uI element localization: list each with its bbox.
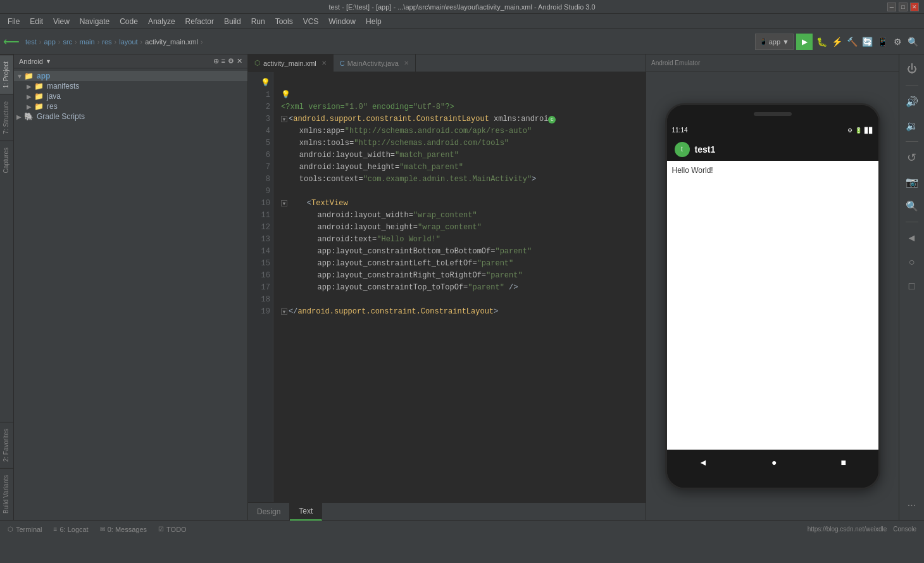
menu-build[interactable]: Build (219, 15, 246, 28)
nav-back-button[interactable]: ◄ (699, 457, 708, 467)
maximize-button[interactable]: □ (899, 3, 908, 11)
tree-item-gradle[interactable]: ▶ 🐘 Gradle Scripts (14, 111, 247, 122)
menu-code[interactable]: Code (115, 15, 143, 28)
separator (906, 85, 918, 85)
messages-button[interactable]: ✉ 0: Messages (95, 522, 152, 536)
menu-refactor[interactable]: Refactor (180, 15, 219, 28)
menu-vcs[interactable]: VCS (298, 15, 324, 28)
minimize-button[interactable]: ─ (887, 3, 896, 11)
search-icon[interactable]: 🔍 (906, 35, 919, 48)
menu-file[interactable]: File (3, 15, 25, 28)
sidebar-tab-structure[interactable]: 7: Structure (0, 94, 13, 141)
tab-close-xml[interactable]: ✕ (322, 60, 327, 66)
tab-label-xml: activity_main.xml (263, 60, 316, 67)
sync-icon[interactable]: 🔄 (861, 35, 873, 48)
android-app-content: Hello World! (667, 161, 878, 450)
menu-analyze[interactable]: Analyze (143, 15, 180, 28)
console-label: Console (893, 526, 916, 533)
bottom-tool-bar: ⬡ Terminal ≡ 6: Logcat ✉ 0: Messages ☑ T… (0, 520, 924, 538)
sidebar-tab-project[interactable]: 1: Project (0, 54, 13, 94)
tree-item-app[interactable]: ▼ 📁 app (14, 71, 247, 81)
zoom-button[interactable]: 🔍 (902, 196, 921, 215)
emulator-panel: Android Emulator 11:14 ⚙ 🔋 ▊▊ (646, 54, 899, 520)
breadcrumb-test[interactable]: test (25, 38, 37, 46)
nav-home-button[interactable]: ● (771, 457, 777, 467)
profile-icon[interactable]: ⚡ (830, 35, 843, 48)
avd-icon[interactable]: 📱 (876, 35, 889, 48)
home-button[interactable]: ○ (902, 253, 921, 272)
rotate-button[interactable]: ↺ (902, 148, 921, 167)
phone-nav-bar[interactable]: ◄ ● ■ (667, 450, 878, 475)
menu-edit[interactable]: Edit (25, 15, 48, 28)
code-editor[interactable]: 💡 1 2 3 4 5 6 7 8 9 10 11 12 13 14 15 16… (248, 72, 646, 502)
sidebar-tab-captures[interactable]: Captures (0, 141, 13, 180)
collapse-icon[interactable]: ≡ (222, 57, 225, 65)
tab-text[interactable]: Text (290, 503, 322, 521)
nav-recents-button[interactable]: ■ (840, 457, 846, 467)
breadcrumb-layout[interactable]: layout (119, 38, 137, 46)
sidebar-tab-build-variants[interactable]: Build Variants (0, 468, 13, 520)
project-type-dropdown[interactable]: Android ▼ (19, 58, 51, 65)
breadcrumb-res[interactable]: res (102, 38, 111, 46)
app-title: test - [E:\test] - [app] - ...\app\src\m… (5, 3, 919, 11)
volume-up-button[interactable]: 🔊 (902, 92, 921, 111)
menu-run[interactable]: Run (246, 15, 270, 28)
project-tree: ▼ 📁 app ▶ 📁 manifests ▶ 📁 java ▶ (14, 68, 247, 520)
terminal-button[interactable]: ⬡ Terminal (3, 522, 47, 536)
sdk-icon[interactable]: ⚙ (891, 35, 904, 48)
tab-mainactivity-java[interactable]: C MainActivity.java ✕ (334, 54, 416, 72)
breadcrumb-src[interactable]: src (63, 38, 72, 46)
phone-bottom (667, 475, 878, 488)
project-type-label: Android (19, 58, 43, 65)
logcat-label: 6: Logcat (59, 526, 88, 533)
tree-item-java[interactable]: ▶ 📁 java (14, 91, 247, 101)
logcat-icon: ≡ (54, 526, 58, 533)
breadcrumb: test › app › src › main › res › layout ›… (25, 38, 752, 46)
back-icon[interactable]: ⟵ (5, 35, 18, 48)
breadcrumb-app[interactable]: app (44, 38, 55, 46)
menu-bar: File Edit View Navigate Code Analyze Ref… (0, 14, 924, 29)
toolbar-right: 📱 app ▼ ▶ 🐛 ⚡ 🔨 🔄 📱 ⚙ 🔍 (755, 34, 919, 50)
menu-help[interactable]: Help (361, 15, 387, 28)
phone-speaker (754, 112, 792, 116)
tab-activity-main-xml[interactable]: ⬡ activity_main.xml ✕ (248, 54, 334, 72)
todo-label: TODO (166, 526, 187, 533)
close-button[interactable]: ✕ (910, 3, 919, 11)
breadcrumb-file[interactable]: activity_main.xml (145, 38, 198, 46)
code-content[interactable]: 💡 <?xml version="1.0" encoding="utf-8"?>… (273, 72, 646, 502)
debug-icon[interactable]: 🐛 (815, 35, 828, 48)
terminal-icon: ⬡ (8, 526, 13, 533)
sidebar-tab-favorites[interactable]: 2: Favorites (0, 422, 13, 468)
volume-down-button[interactable]: 🔉 (902, 116, 921, 135)
overview-button[interactable]: □ (902, 277, 921, 296)
menu-view[interactable]: View (48, 15, 75, 28)
close-panel-icon[interactable]: ✕ (237, 57, 242, 65)
breadcrumb-main[interactable]: main (80, 38, 95, 46)
project-panel: Android ▼ ⊕ ≡ ⚙ ✕ ▼ 📁 app ▶ 📁 manif (14, 54, 248, 520)
run-button[interactable]: ▶ (796, 34, 813, 50)
bottom-editor-tabs: Design Text (248, 502, 646, 520)
menu-window[interactable]: Window (323, 15, 361, 28)
menu-navigate[interactable]: Navigate (75, 15, 115, 28)
tab-close-java[interactable]: ✕ (404, 60, 409, 66)
tree-item-res[interactable]: ▶ 📁 res (14, 101, 247, 111)
tab-design[interactable]: Design (248, 503, 290, 521)
todo-button[interactable]: ☑ TODO (153, 522, 192, 536)
sync-project-icon[interactable]: ⊕ (213, 57, 219, 65)
back-button[interactable]: ◄ (902, 229, 921, 248)
emulator-content: 11:14 ⚙ 🔋 ▊▊ t test1 Hello Wo (646, 72, 899, 520)
power-button[interactable]: ⏻ (902, 60, 921, 79)
settings-icon[interactable]: ⚙ (228, 57, 234, 65)
screenshot-button[interactable]: 📷 (902, 172, 921, 191)
menu-tools[interactable]: Tools (270, 15, 298, 28)
tree-label-app: app (37, 72, 50, 80)
signal-icon: ▊▊ (865, 127, 873, 134)
build-icon[interactable]: 🔨 (846, 35, 858, 48)
more-options-button[interactable]: ··· (902, 496, 921, 515)
run-config-dropdown[interactable]: 📱 app ▼ (755, 34, 794, 50)
logcat-button[interactable]: ≡ 6: Logcat (49, 522, 94, 536)
tree-item-manifests[interactable]: ▶ 📁 manifests (14, 81, 247, 91)
emulator-header: Android Emulator (646, 54, 899, 72)
status-time: 11:14 (672, 127, 847, 134)
hello-world-text: Hello World! (672, 166, 713, 175)
